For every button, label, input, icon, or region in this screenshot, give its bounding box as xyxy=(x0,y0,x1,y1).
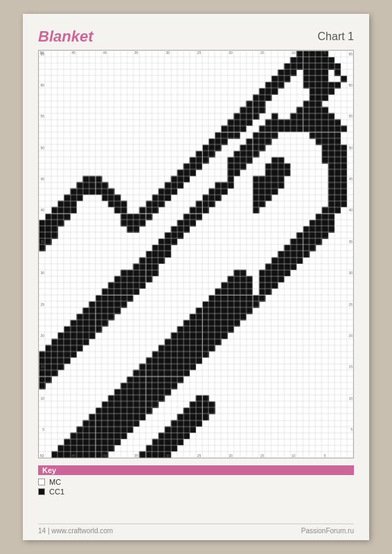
key-item-cc1: CC1 xyxy=(38,488,354,496)
page-title: Blanket xyxy=(38,28,93,46)
key-section: Key MC CC1 xyxy=(38,465,354,496)
chart-label: Chart 1 xyxy=(318,28,354,43)
cc1-swatch xyxy=(38,488,45,495)
page: Blanket Chart 1 Key MC CC1 14 | www.craf… xyxy=(23,14,369,540)
cc1-label: CC1 xyxy=(49,488,64,496)
key-item-mc: MC xyxy=(38,478,354,486)
key-title: Key xyxy=(38,465,354,475)
chart-canvas xyxy=(39,51,353,458)
mc-swatch xyxy=(38,479,45,485)
header: Blanket Chart 1 xyxy=(38,28,354,46)
page-number: 14 | www.craftworld.com xyxy=(38,527,113,535)
footer: 14 | www.craftworld.com PassionForum.ru xyxy=(38,524,354,535)
mc-label: MC xyxy=(49,478,61,486)
watermark: PassionForum.ru xyxy=(301,527,354,535)
chart-grid xyxy=(38,50,354,458)
